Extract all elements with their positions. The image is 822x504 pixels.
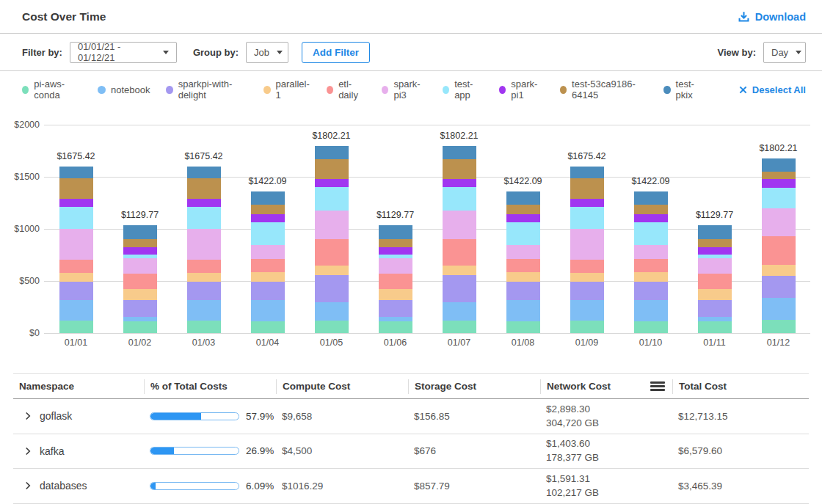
bar-segment-etl-daily[interactable] xyxy=(698,274,732,289)
stacked-bar[interactable] xyxy=(315,146,349,333)
bar-segment-notebook[interactable] xyxy=(506,300,540,321)
legend-item[interactable]: sparkpi-with-delight xyxy=(166,78,247,101)
expand-row-button[interactable] xyxy=(23,412,32,420)
bar-segment-test-pkix[interactable] xyxy=(506,191,540,205)
bar-segment-spark-pi1[interactable] xyxy=(698,247,732,255)
stacked-bar[interactable] xyxy=(634,191,668,333)
bar-segment-spark-pi1[interactable] xyxy=(570,199,604,207)
bar-segment-test-53ca9186-64145[interactable] xyxy=(443,159,476,179)
bar-segment-test-pkix[interactable] xyxy=(59,167,93,179)
stacked-bar[interactable] xyxy=(762,158,796,333)
bar-segment-sparkpi-with-delight[interactable] xyxy=(506,282,540,300)
bar-segment-spark-pi3[interactable] xyxy=(570,229,604,260)
stacked-bar[interactable] xyxy=(123,225,157,333)
bar-segment-parallel-1[interactable] xyxy=(123,289,157,300)
legend-item[interactable]: parallel-1 xyxy=(263,78,310,101)
bar-segment-pi-aws-conda[interactable] xyxy=(251,321,285,333)
stacked-bar[interactable] xyxy=(379,225,412,333)
bar-segment-sparkpi-with-delight[interactable] xyxy=(762,276,796,298)
bar-segment-test-53ca9186-64145[interactable] xyxy=(251,205,285,214)
bar-segment-pi-aws-conda[interactable] xyxy=(315,321,349,333)
bar-segment-sparkpi-with-delight[interactable] xyxy=(251,282,285,300)
bar-segment-sparkpi-with-delight[interactable] xyxy=(634,282,668,300)
bar-segment-spark-pi3[interactable] xyxy=(315,211,349,239)
bar-segment-spark-pi3[interactable] xyxy=(506,245,540,259)
bar-segment-pi-aws-conda[interactable] xyxy=(570,321,604,333)
legend-item[interactable]: test-app xyxy=(443,78,483,101)
expand-row-button[interactable] xyxy=(23,447,32,456)
bar-segment-parallel-1[interactable] xyxy=(634,272,668,282)
bar-segment-test-pkix[interactable] xyxy=(315,146,349,159)
bar-segment-test-53ca9186-64145[interactable] xyxy=(634,205,668,214)
bar-segment-test-53ca9186-64145[interactable] xyxy=(379,239,412,247)
bar-segment-notebook[interactable] xyxy=(251,300,285,321)
bar-segment-test-53ca9186-64145[interactable] xyxy=(59,178,93,199)
bar-segment-spark-pi1[interactable] xyxy=(762,179,796,188)
bar-segment-parallel-1[interactable] xyxy=(443,266,476,275)
bar-segment-parallel-1[interactable] xyxy=(506,272,540,282)
bar-segment-test-app[interactable] xyxy=(506,222,540,245)
bar-segment-notebook[interactable] xyxy=(634,300,668,321)
legend-item[interactable]: spark-pi3 xyxy=(382,78,426,101)
bar-segment-parallel-1[interactable] xyxy=(379,289,412,300)
bar-segment-etl-daily[interactable] xyxy=(570,260,604,273)
bar-segment-etl-daily[interactable] xyxy=(315,239,349,266)
bar-segment-test-pkix[interactable] xyxy=(123,225,157,239)
bar-segment-test-53ca9186-64145[interactable] xyxy=(762,172,796,179)
bar-segment-parallel-1[interactable] xyxy=(251,272,285,282)
bar-segment-notebook[interactable] xyxy=(762,298,796,320)
bar-segment-notebook[interactable] xyxy=(443,302,476,321)
bar-segment-spark-pi3[interactable] xyxy=(762,208,796,236)
bar-segment-sparkpi-with-delight[interactable] xyxy=(443,275,476,302)
download-button[interactable]: Download xyxy=(738,11,806,23)
bar-segment-pi-aws-conda[interactable] xyxy=(634,321,668,333)
stacked-bar[interactable] xyxy=(187,167,221,333)
bar-segment-etl-daily[interactable] xyxy=(506,259,540,272)
view-by-select[interactable]: Day xyxy=(763,42,806,63)
date-range-select[interactable]: 01/01/21 - 01/12/21 xyxy=(70,42,177,63)
bar-segment-spark-pi1[interactable] xyxy=(59,199,93,207)
bar-segment-test-app[interactable] xyxy=(315,187,349,211)
bar-segment-pi-aws-conda[interactable] xyxy=(698,321,732,333)
bar-segment-test-app[interactable] xyxy=(634,222,668,245)
bar-segment-etl-daily[interactable] xyxy=(379,274,412,289)
deselect-all-button[interactable]: Deselect All xyxy=(739,84,806,95)
legend-item[interactable]: test-pkix xyxy=(663,78,705,101)
bar-segment-spark-pi1[interactable] xyxy=(315,179,349,187)
bar-segment-parallel-1[interactable] xyxy=(59,273,93,282)
bar-segment-spark-pi1[interactable] xyxy=(251,214,285,222)
bar-segment-spark-pi1[interactable] xyxy=(506,214,540,222)
legend-item[interactable]: test-53ca9186-64145 xyxy=(560,78,648,101)
bar-segment-etl-daily[interactable] xyxy=(187,260,221,273)
bar-segment-test-app[interactable] xyxy=(251,222,285,245)
bar-segment-spark-pi3[interactable] xyxy=(123,258,157,274)
bar-segment-test-pkix[interactable] xyxy=(443,146,476,159)
bar-segment-spark-pi1[interactable] xyxy=(187,199,221,207)
bar-segment-test-pkix[interactable] xyxy=(379,225,412,239)
bar-segment-sparkpi-with-delight[interactable] xyxy=(698,300,732,317)
bar-segment-pi-aws-conda[interactable] xyxy=(123,321,157,333)
bar-segment-sparkpi-with-delight[interactable] xyxy=(315,275,349,302)
stacked-bar[interactable] xyxy=(698,225,732,333)
stacked-bar[interactable] xyxy=(506,191,540,333)
bar-segment-test-53ca9186-64145[interactable] xyxy=(315,159,349,179)
bar-segment-parallel-1[interactable] xyxy=(762,265,796,276)
stacked-bar[interactable] xyxy=(59,167,93,333)
bar-segment-pi-aws-conda[interactable] xyxy=(762,320,796,333)
bar-segment-test-app[interactable] xyxy=(59,207,93,229)
stacked-bar[interactable] xyxy=(570,167,604,333)
legend-item[interactable]: etl-daily xyxy=(327,78,365,101)
stacked-bar[interactable] xyxy=(443,146,476,333)
bar-segment-spark-pi3[interactable] xyxy=(251,245,285,259)
legend-item[interactable]: notebook xyxy=(98,84,150,95)
bar-segment-parallel-1[interactable] xyxy=(698,289,732,300)
bar-segment-test-pkix[interactable] xyxy=(634,191,668,205)
bar-segment-pi-aws-conda[interactable] xyxy=(187,321,221,333)
bar-segment-test-pkix[interactable] xyxy=(762,158,796,172)
bar-segment-sparkpi-with-delight[interactable] xyxy=(123,300,157,317)
bar-segment-parallel-1[interactable] xyxy=(570,273,604,282)
bar-segment-sparkpi-with-delight[interactable] xyxy=(59,282,93,301)
bar-segment-spark-pi3[interactable] xyxy=(59,229,93,260)
bar-segment-spark-pi1[interactable] xyxy=(123,247,157,255)
menu-icon[interactable] xyxy=(650,381,665,391)
